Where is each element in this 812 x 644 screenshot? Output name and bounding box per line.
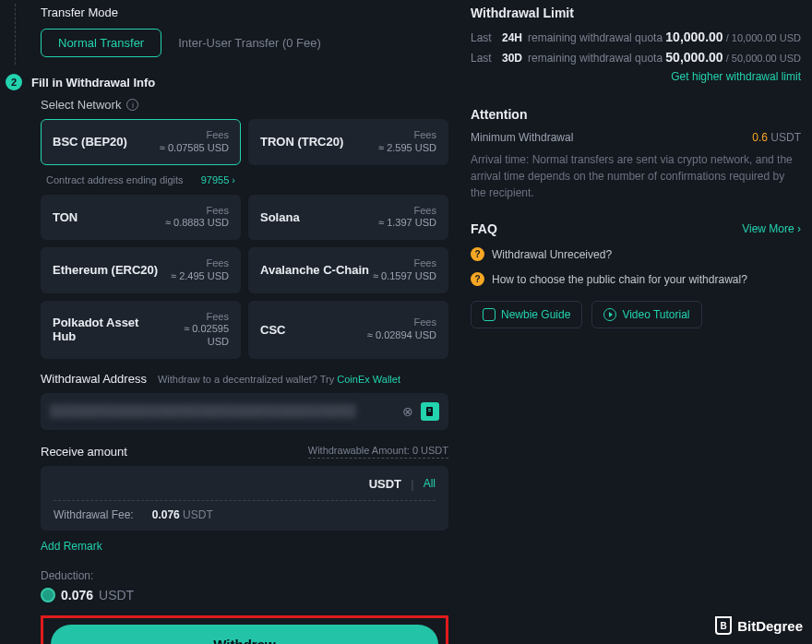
transfer-mode-label: Transfer Mode [41, 6, 448, 19]
network-name: Avalanche C-Chain [260, 263, 369, 277]
deduction-label: Deduction: [41, 569, 448, 582]
add-remark-link[interactable]: Add Remark [41, 540, 448, 553]
tab-normal-transfer[interactable]: Normal Transfer [41, 29, 161, 57]
fees-label: Fees [171, 257, 229, 270]
withdrawal-address-label: Withdrawal Address [41, 372, 147, 386]
address-input-box: ⊗ [41, 393, 448, 430]
guide-icon [483, 308, 496, 321]
network-card[interactable]: Avalanche C-ChainFees≈ 0.1597 USD [248, 247, 448, 293]
fees-label: Fees [161, 311, 229, 324]
fees-label: Fees [160, 129, 229, 142]
network-fee-value: ≈ 2.595 USD [378, 142, 436, 155]
coinex-wallet-link[interactable]: CoinEx Wallet [337, 374, 400, 385]
withdraw-highlight-box: Withdraw [41, 615, 448, 644]
newbie-guide-button[interactable]: Newbie Guide [471, 301, 582, 328]
select-network-label: Select Network [41, 98, 121, 112]
fees-label: Fees [378, 205, 436, 218]
withdrawal-fee-label: Withdrawal Fee: [54, 508, 134, 521]
limit-row-24h: Last 24H remaining withdrawal quota 10,0… [471, 30, 801, 44]
withdrawal-address-input[interactable] [50, 404, 395, 418]
network-fee-value: ≈ 0.07585 USD [160, 142, 229, 155]
network-card[interactable]: CSCFees≈ 0.02894 USD [248, 301, 448, 359]
shield-icon: B [715, 616, 732, 635]
network-fee-value: ≈ 2.495 USD [171, 270, 229, 283]
bitdegree-watermark: B BitDegree [715, 616, 803, 635]
step-number-badge: 2 [6, 74, 22, 90]
coin-icon [41, 588, 55, 602]
fees-label: Fees [165, 205, 229, 218]
receive-amount-box: USDT | All Withdrawal Fee: 0.076 USDT [41, 466, 448, 531]
receive-all-button[interactable]: All [424, 477, 436, 490]
fees-label: Fees [373, 257, 436, 270]
contract-address-row: Contract address ending digits97955 › [41, 173, 241, 187]
info-icon[interactable]: i [126, 99, 138, 111]
faq-item[interactable]: ?How to choose the public chain for your… [471, 272, 801, 286]
play-icon [603, 308, 616, 321]
receive-amount-label: Receive amount [41, 445, 127, 459]
network-name: Polkadot Asset Hub [53, 316, 161, 343]
withdrawal-fee-value: 0.076 [152, 508, 180, 521]
step-title: Fill in Withdrawal Info [31, 76, 155, 89]
contract-label: Contract address ending digits [46, 174, 184, 185]
network-name: BSC (BEP20) [53, 135, 127, 149]
network-fee-value: ≈ 1.397 USD [378, 217, 436, 230]
network-fee-value: ≈ 0.1597 USD [373, 270, 436, 283]
network-fee-value: ≈ 0.02595 USD [161, 323, 229, 349]
receive-currency: USDT [369, 477, 401, 491]
network-card[interactable]: TRON (TRC20)Fees≈ 2.595 USD [248, 119, 448, 165]
address-book-icon[interactable] [421, 402, 439, 421]
limit-row-30d: Last 30D remaining withdrawal quota 50,0… [471, 50, 801, 65]
fees-label: Fees [367, 316, 436, 329]
network-fee-value: ≈ 0.8883 USD [165, 217, 229, 230]
tab-inter-user-transfer[interactable]: Inter-User Transfer (0 Fee) [161, 30, 338, 56]
deduction-unit: USDT [99, 588, 134, 602]
network-card[interactable]: SolanaFees≈ 1.397 USD [248, 195, 448, 241]
network-name: CSC [260, 323, 285, 337]
network-card[interactable]: TONFees≈ 0.8883 USD [41, 195, 241, 241]
question-icon: ? [471, 247, 484, 261]
faq-item[interactable]: ?Withdrawal Unreceived? [471, 247, 801, 261]
network-fee-value: ≈ 0.02894 USD [367, 329, 436, 342]
clear-address-icon[interactable]: ⊗ [402, 404, 413, 419]
minimum-withdrawal-value: 0.6 [752, 131, 768, 144]
deduction-value: 0.076 [61, 588, 93, 602]
video-tutorial-button[interactable]: Video Tutorial [591, 301, 701, 328]
withdrawable-amount-link[interactable]: Withdrawable Amount: 0 USDT [308, 445, 448, 459]
network-grid: BSC (BEP20)Fees≈ 0.07585 USDTRON (TRC20)… [41, 119, 448, 359]
attention-title: Attention [471, 107, 801, 122]
address-hint: Withdraw to a decentralized wallet? Try … [158, 374, 400, 385]
attention-description: Arrival time: Normal transfers are sent … [471, 151, 801, 201]
faq-view-more-link[interactable]: View More › [742, 222, 801, 235]
question-icon: ? [471, 272, 484, 286]
get-higher-limit-link[interactable]: Get higher withdrawal limit [471, 70, 801, 83]
network-card[interactable]: Ethereum (ERC20)Fees≈ 2.495 USD [41, 247, 241, 293]
withdrawal-fee-unit: USDT [183, 508, 213, 521]
network-name: TRON (TRC20) [260, 135, 343, 149]
withdraw-button[interactable]: Withdraw [51, 625, 438, 644]
network-card[interactable]: BSC (BEP20)Fees≈ 0.07585 USD [41, 119, 241, 165]
minimum-withdrawal-label: Minimum Withdrawal [471, 131, 573, 144]
minimum-withdrawal-unit: USDT [768, 131, 801, 144]
network-name: Ethereum (ERC20) [53, 263, 158, 277]
fees-label: Fees [378, 129, 436, 142]
network-name: TON [53, 210, 78, 224]
faq-title: FAQ [471, 221, 497, 236]
network-name: Solana [260, 210, 300, 224]
withdrawal-limit-title: Withdrawal Limit [471, 6, 801, 20]
network-card[interactable]: Polkadot Asset HubFees≈ 0.02595 USD [41, 301, 241, 359]
separator: | [411, 477, 414, 491]
contract-digits-link[interactable]: 97955 › [201, 174, 235, 185]
